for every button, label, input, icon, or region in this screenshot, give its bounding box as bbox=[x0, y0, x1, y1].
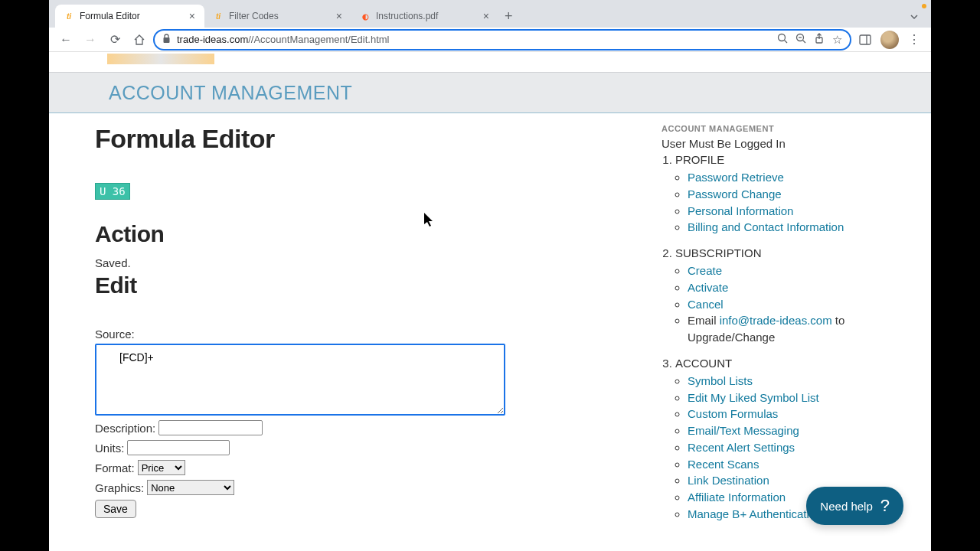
units-input[interactable] bbox=[127, 440, 230, 455]
link-recent-scans[interactable]: Recent Scans bbox=[688, 458, 759, 471]
menu-icon[interactable]: ⋮ bbox=[903, 29, 925, 51]
back-button[interactable]: ← bbox=[55, 29, 77, 51]
close-icon[interactable]: × bbox=[335, 8, 344, 24]
format-select[interactable]: Price bbox=[138, 460, 185, 475]
new-tab-button[interactable]: + bbox=[498, 5, 519, 28]
units-label: Units: bbox=[95, 442, 124, 455]
link-recent-alert[interactable]: Recent Alert Settings bbox=[688, 441, 795, 454]
tabs-dropdown-icon[interactable] bbox=[906, 8, 922, 28]
link-email-text[interactable]: Email/Text Messaging bbox=[688, 424, 799, 437]
ti-favicon: ti bbox=[212, 10, 224, 22]
status-saved: Saved. bbox=[95, 256, 600, 269]
sidebar-heading: ACCOUNT MANAGEMENT bbox=[662, 124, 931, 133]
sidebar-section-profile: PROFILE Password Retrieve Password Chang… bbox=[675, 153, 931, 236]
profile-avatar[interactable] bbox=[879, 29, 900, 51]
save-button[interactable]: Save bbox=[95, 500, 136, 518]
link-billing-info[interactable]: Billing and Contact Information bbox=[688, 220, 844, 233]
svg-line-5 bbox=[803, 41, 806, 44]
formula-badge[interactable]: U 36 bbox=[95, 183, 130, 200]
sidebar-nav: ACCOUNT MANAGEMENT User Must Be Logged I… bbox=[616, 119, 931, 533]
tab-formula-editor[interactable]: ti Formula Editor × bbox=[55, 5, 204, 28]
tab-title: Filter Codes bbox=[229, 11, 330, 21]
format-label: Format: bbox=[95, 461, 135, 474]
action-heading: Action bbox=[95, 221, 600, 247]
star-icon[interactable]: ☆ bbox=[832, 33, 842, 47]
ti-favicon: ti bbox=[63, 10, 75, 22]
search-icon[interactable] bbox=[777, 33, 788, 46]
close-icon[interactable]: × bbox=[482, 8, 491, 24]
link-symbol-lists[interactable]: Symbol Lists bbox=[688, 374, 753, 387]
graphics-label: Graphics: bbox=[95, 481, 144, 494]
link-custom-formulas[interactable]: Custom Formulas bbox=[688, 407, 778, 420]
svg-point-1 bbox=[779, 34, 786, 41]
link-personal-info[interactable]: Personal Information bbox=[688, 204, 793, 217]
source-label: Source: bbox=[95, 328, 600, 341]
sidebar-email-item: Email info@trade-ideas.com to Upgrade/Ch… bbox=[688, 312, 931, 346]
link-password-retrieve[interactable]: Password Retrieve bbox=[688, 171, 784, 184]
link-edit-liked[interactable]: Edit My Liked Symbol List bbox=[688, 391, 819, 404]
cursor-icon bbox=[424, 213, 436, 232]
svg-line-2 bbox=[785, 41, 788, 44]
edit-heading: Edit bbox=[95, 272, 600, 298]
home-button[interactable] bbox=[129, 29, 150, 51]
link-affiliate[interactable]: Affiliate Information bbox=[688, 491, 786, 504]
tab-instructions[interactable]: ◐ Instructions.pdf × bbox=[351, 5, 498, 28]
link-destination[interactable]: Link Destination bbox=[688, 474, 769, 487]
pdf-favicon: ◐ bbox=[359, 10, 371, 22]
sidebar-note: User Must Be Logged In bbox=[662, 137, 931, 150]
forward-button[interactable]: → bbox=[80, 29, 101, 51]
account-management-bar: ACCOUNT MANAGEMENT bbox=[49, 72, 931, 113]
lock-icon bbox=[162, 34, 171, 45]
tab-title: Instructions.pdf bbox=[376, 11, 477, 21]
tab-strip: ti Formula Editor × ti Filter Codes × ◐ … bbox=[49, 0, 931, 28]
side-panel-icon[interactable] bbox=[854, 29, 876, 51]
description-input[interactable] bbox=[158, 420, 263, 435]
need-help-button[interactable]: Need help ? bbox=[806, 487, 903, 525]
tab-title: Formula Editor bbox=[80, 11, 183, 21]
tab-filter-codes[interactable]: ti Filter Codes × bbox=[204, 5, 351, 28]
svg-rect-7 bbox=[860, 35, 871, 44]
share-icon[interactable] bbox=[814, 33, 825, 46]
question-icon: ? bbox=[880, 496, 890, 516]
link-activate[interactable]: Activate bbox=[688, 281, 728, 294]
graphics-select[interactable]: None bbox=[147, 480, 234, 495]
help-label: Need help bbox=[820, 500, 872, 513]
address-bar[interactable]: trade-ideas.com//AccountManagement/Edit.… bbox=[153, 29, 851, 51]
close-icon[interactable]: × bbox=[188, 8, 197, 24]
page-content: ACCOUNT MANAGEMENT Formula Editor U 36 A… bbox=[49, 52, 931, 551]
description-label: Description: bbox=[95, 422, 155, 435]
link-create[interactable]: Create bbox=[688, 264, 722, 277]
link-email[interactable]: info@trade-ideas.com bbox=[720, 314, 832, 327]
url-text: trade-ideas.com//AccountManagement/Edit.… bbox=[177, 34, 389, 45]
browser-toolbar: ← → ⟳ trade-ideas.com//AccountManagement… bbox=[49, 28, 931, 52]
source-input[interactable] bbox=[95, 344, 505, 416]
reload-button[interactable]: ⟳ bbox=[104, 29, 126, 51]
logo-area bbox=[49, 52, 931, 72]
link-password-change[interactable]: Password Change bbox=[688, 187, 782, 201]
svg-rect-0 bbox=[164, 37, 170, 43]
zoom-icon[interactable] bbox=[795, 33, 806, 46]
acct-bar-title: ACCOUNT MANAGEMENT bbox=[109, 82, 352, 104]
page-title: Formula Editor bbox=[95, 124, 600, 154]
sidebar-section-subscription: SUBSCRIPTION Create Activate Cancel Emai… bbox=[675, 246, 931, 346]
link-cancel[interactable]: Cancel bbox=[688, 298, 724, 311]
logo-icon bbox=[107, 54, 214, 64]
